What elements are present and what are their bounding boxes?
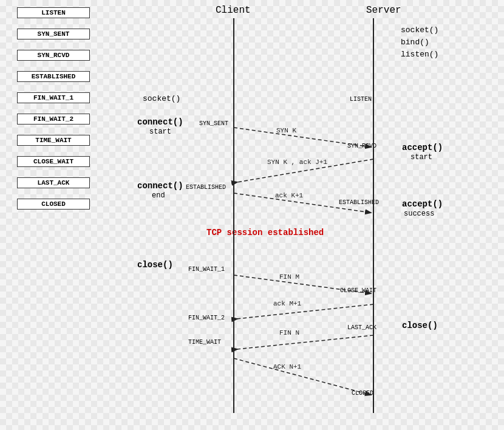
- established-server-state: ESTABLISHED: [339, 199, 379, 206]
- server-listen-call: listen(): [401, 50, 438, 59]
- state-box-syn-rcvd: SYN_RCVD: [17, 50, 90, 61]
- svg-line-14: [237, 335, 373, 349]
- state-box-established: ESTABLISHED: [17, 71, 90, 82]
- client-connect-start-label: start: [149, 128, 171, 136]
- client-header: Client: [216, 5, 251, 16]
- closed-state: CLOSED: [352, 390, 373, 397]
- state-box-time-wait: TIME_WAIT: [17, 135, 90, 146]
- svg-text:FIN M: FIN M: [279, 273, 299, 281]
- fin-wait-2-state: FIN_WAIT_2: [188, 315, 225, 321]
- state-box-last-ack: LAST_ACK: [17, 177, 90, 188]
- syn-sent-state: SYN_SENT: [199, 120, 228, 127]
- client-connect-end: connect(): [137, 181, 183, 191]
- svg-line-16: [234, 358, 370, 395]
- server-accept-success-label: success: [404, 210, 434, 218]
- client-connect-end-label: end: [152, 191, 165, 200]
- fin-wait-1-state: FIN_WAIT_1: [188, 266, 225, 273]
- established-client-state: ESTABLISHED: [186, 184, 226, 191]
- svg-text:FIN N: FIN N: [279, 329, 299, 336]
- state-box-fin-wait-2: FIN_WAIT_2: [17, 114, 90, 125]
- time-wait-state: TIME_WAIT: [188, 339, 221, 346]
- state-box-fin-wait-1: FIN_WAIT_1: [17, 92, 90, 103]
- listen-state: LISTEN: [350, 96, 372, 103]
- tcp-diagram: LISTEN SYN_SENT SYN_RCVD ESTABLISHED FIN…: [0, 0, 504, 430]
- server-close-call: close(): [402, 321, 438, 330]
- svg-text:ack M+1: ack M+1: [273, 300, 302, 307]
- client-connect-start: connect(): [137, 117, 183, 127]
- svg-line-12: [237, 304, 373, 319]
- svg-text:SYN K , ack J+1: SYN K , ack J+1: [267, 159, 327, 166]
- state-box-close-wait: CLOSE_WAIT: [17, 156, 90, 167]
- server-bind-call: bind(): [401, 38, 429, 47]
- server-accept-success: accept(): [402, 199, 443, 209]
- state-box-closed: CLOSED: [17, 199, 90, 210]
- syn-rcvd-state: SYN_RCVD: [347, 143, 376, 149]
- server-accept-start: accept(): [402, 143, 443, 152]
- svg-text:ack K+1: ack K+1: [275, 192, 304, 199]
- tcp-session-established: TCP session established: [206, 228, 324, 237]
- client-close-call: close(): [137, 260, 173, 270]
- svg-text:SYN K: SYN K: [276, 127, 296, 134]
- last-ack-state: LAST_ACK: [347, 324, 376, 331]
- svg-text:ACK N+1: ACK N+1: [273, 363, 302, 370]
- server-socket-call: socket(): [401, 26, 438, 35]
- server-accept-start-label: start: [410, 153, 432, 162]
- server-header: Server: [366, 5, 401, 16]
- close-wait-state: CLOSE_WAIT: [340, 287, 376, 294]
- svg-line-6: [237, 159, 373, 182]
- client-socket-call: socket(): [143, 94, 180, 103]
- state-box-listen: LISTEN: [17, 7, 90, 18]
- state-box-syn-sent: SYN_SENT: [17, 29, 90, 39]
